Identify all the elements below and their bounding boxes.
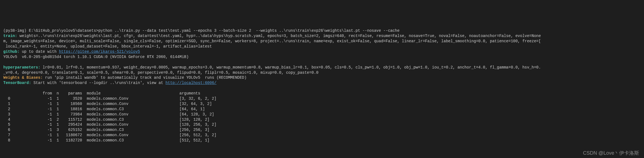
watermark: CSDN @Love丶伊卡洛斯 bbox=[583, 150, 639, 156]
github-text: up to date with bbox=[20, 49, 59, 54]
hyperparameters-text: lr0=0.01, lrf=0.1, momentum=0.937, weigh… bbox=[3, 65, 541, 75]
table-row: 2 -1 1 18816 models.common.C3 [64, 64, 1… bbox=[3, 107, 205, 111]
table-row: 3 -1 1 73984 models.common.Conv [64, 128… bbox=[3, 112, 214, 117]
table-header: from n params module arguments bbox=[3, 91, 200, 96]
tensorboard-text: Start with 'tensorboard --logdir ..\runs… bbox=[31, 81, 165, 85]
table-row: 1 -1 1 18560 models.common.Conv [32, 64,… bbox=[3, 102, 212, 106]
weights-biases-label: Weights & Biases: bbox=[3, 75, 43, 80]
github-label: github: bbox=[3, 49, 20, 54]
yolov5-version-line: YOLOv5 v6.0-205-gbd815d4 torch 1.10.1 CU… bbox=[3, 55, 189, 59]
table-row: 7 -1 1 1180672 models.common.Conv [256, … bbox=[3, 133, 217, 137]
table-row: 4 -1 2 115712 models.common.C3 [128, 128… bbox=[3, 117, 210, 122]
table-row: 0 -1 1 3520 models.common.Conv [3, 32, 6… bbox=[3, 96, 217, 101]
tensorboard-label: TensorBoard: bbox=[3, 81, 31, 85]
hyperparameters-label: hyperparameters: bbox=[3, 65, 40, 70]
table-row: 8 -1 1 1182720 models.common.C3 [512, 51… bbox=[3, 138, 210, 143]
table-row: 5 -1 1 295424 models.common.Conv [128, 2… bbox=[3, 122, 217, 127]
command-prompt: (py38-img) E:\GitHub_pro\yolov5\datasets… bbox=[3, 28, 400, 33]
train-args: weights=..\runs\train\exp26\weights\last… bbox=[3, 34, 541, 49]
tensorboard-link[interactable]: http://localhost:6006/ bbox=[165, 81, 217, 85]
terminal-output: (py38-img) E:\GitHub_pro\yolov5\datasets… bbox=[3, 23, 641, 143]
table-row: 6 -1 3 625152 models.common.C3 [256, 256… bbox=[3, 128, 210, 132]
weights-biases-text: run 'pip install wandb' to automatically… bbox=[43, 75, 247, 80]
github-link[interactable]: https://gitee.com/ikaros-521/yolov5 bbox=[59, 49, 140, 54]
train-label: train: bbox=[3, 34, 17, 38]
